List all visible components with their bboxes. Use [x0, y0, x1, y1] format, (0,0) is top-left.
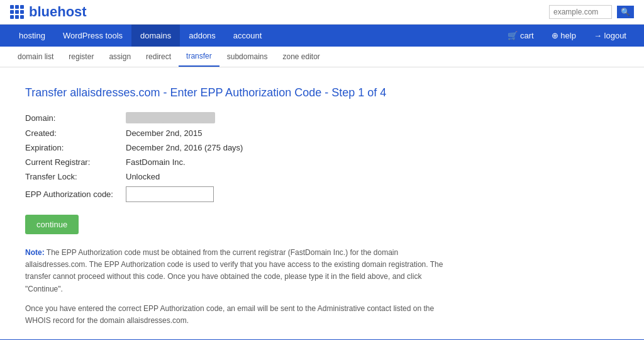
note-section: Note: The EPP Authorization code must be…: [25, 247, 453, 295]
nav-cart[interactable]: 🛒 cart: [500, 25, 541, 47]
nav-account[interactable]: account: [225, 25, 271, 47]
top-right: 🔍: [549, 5, 634, 19]
epp-input[interactable]: [126, 186, 214, 202]
subnav-domain-list[interactable]: domain list: [10, 47, 61, 66]
page-title: Transfer allaisdresses.com - Enter EPP A…: [25, 86, 619, 99]
sub-nav: domain list register assign redirect tra…: [0, 47, 644, 67]
nav-right: 🛒 cart ⊕ help → logout: [500, 25, 634, 47]
transfer-lock-row: Transfer Lock: Unlocked: [25, 172, 619, 181]
nav-hosting[interactable]: hosting: [10, 25, 54, 47]
logo-text: bluehost: [29, 4, 87, 20]
subnav-zone-editor[interactable]: zone editor: [275, 47, 327, 66]
subnav-assign[interactable]: assign: [101, 47, 138, 66]
subnav-redirect[interactable]: redirect: [138, 47, 179, 66]
logo-area: bluehost: [10, 4, 87, 20]
created-row: Created: December 2nd, 2015: [25, 128, 619, 138]
top-bar: bluehost 🔍: [0, 0, 644, 25]
transfer-lock-label: Transfer Lock:: [25, 172, 126, 181]
domain-search-input[interactable]: [549, 5, 612, 19]
transfer-lock-value: Unlocked: [126, 172, 160, 181]
registrar-row: Current Registrar: FastDomain Inc.: [25, 157, 619, 167]
logo-grid-icon: [10, 5, 24, 19]
epp-row: EPP Authorization code:: [25, 186, 619, 202]
registrar-value: FastDomain Inc.: [126, 157, 186, 167]
expiration-value: December 2nd, 2016 (275 days): [126, 143, 243, 152]
expiration-label: Expiration:: [25, 143, 126, 152]
domain-masked-value: ████████████: [126, 112, 215, 123]
created-label: Created:: [25, 128, 126, 138]
subnav-subdomains[interactable]: subdomains: [219, 47, 275, 66]
domain-row: Domain: ████████████: [25, 112, 619, 123]
nav-wordpress-tools[interactable]: WordPress tools: [54, 25, 131, 47]
main-nav: hosting WordPress tools domains addons a…: [0, 25, 644, 47]
nav-logout[interactable]: → logout: [586, 25, 634, 47]
note-label: Note:: [25, 248, 45, 257]
nav-domains[interactable]: domains: [131, 25, 180, 47]
info-section: Once you have entered the correct EPP Au…: [25, 303, 453, 327]
epp-label: EPP Authorization code:: [25, 190, 126, 199]
nav-addons[interactable]: addons: [180, 25, 225, 47]
registrar-label: Current Registrar:: [25, 157, 126, 167]
created-value: December 2nd, 2015: [126, 128, 202, 138]
main-content: Transfer allaisdresses.com - Enter EPP A…: [0, 67, 644, 339]
domain-search-button[interactable]: 🔍: [617, 6, 634, 18]
transfer-form: Domain: ████████████ Created: December 2…: [25, 112, 619, 202]
expiration-row: Expiration: December 2nd, 2016 (275 days…: [25, 143, 619, 152]
subnav-transfer[interactable]: transfer: [179, 47, 219, 67]
subnav-register[interactable]: register: [61, 47, 101, 66]
note-text: The EPP Authorization code must be obtai…: [25, 248, 443, 293]
continue-button[interactable]: continue: [25, 215, 79, 234]
nav-help[interactable]: ⊕ help: [544, 25, 584, 47]
domain-label: Domain:: [25, 113, 126, 123]
